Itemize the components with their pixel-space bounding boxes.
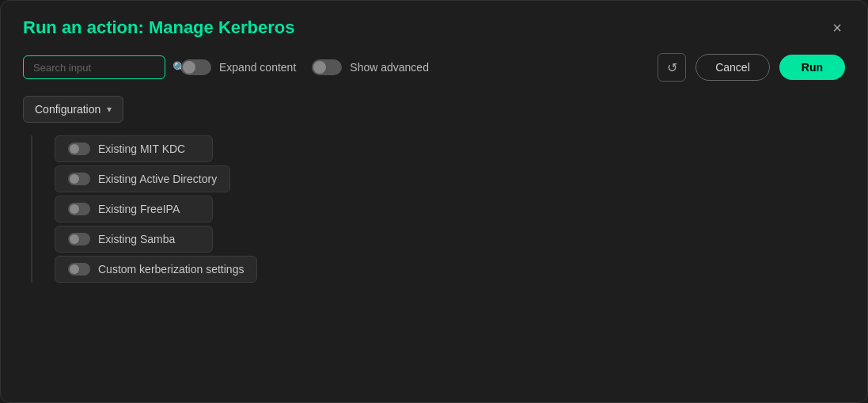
configuration-dropdown[interactable]: Configuration ▾ <box>23 96 123 123</box>
modal-title: Run an action: Manage Kerberos <box>23 17 295 38</box>
option-item-freeipa[interactable]: Existing FreeIPA <box>55 196 213 222</box>
show-advanced-group: Show advanced <box>312 59 429 75</box>
toolbar-right: ↺ Cancel Run <box>658 53 845 82</box>
option-item-samba[interactable]: Existing Samba <box>55 226 213 253</box>
content-area: Configuration ▾ Existing MIT KDCExisting… <box>1 96 867 402</box>
option-item-active-directory[interactable]: Existing Active Directory <box>55 165 230 192</box>
cancel-button[interactable]: Cancel <box>696 54 770 81</box>
option-list: Existing MIT KDCExisting Active Director… <box>31 135 845 283</box>
option-item-mit-kdc[interactable]: Existing MIT KDC <box>55 135 213 162</box>
run-button[interactable]: Run <box>779 55 845 80</box>
toolbar: 🔍 Expand content Show advanced ↺ Cancel … <box>1 39 867 96</box>
search-box[interactable]: 🔍 <box>23 55 165 79</box>
toggle-mit-kdc[interactable] <box>68 143 90 155</box>
toggle-active-directory[interactable] <box>68 173 90 185</box>
option-label-active-directory: Existing Active Directory <box>98 173 217 185</box>
expand-content-group: Expand content <box>181 59 296 75</box>
modal: Run an action: Manage Kerberos × 🔍 Expan… <box>0 0 868 403</box>
option-label-custom: Custom kerberization settings <box>98 263 244 276</box>
option-label-mit-kdc: Existing MIT KDC <box>98 143 185 155</box>
show-advanced-label: Show advanced <box>350 61 429 74</box>
search-input[interactable] <box>33 62 166 74</box>
toggle-freeipa[interactable] <box>68 203 90 215</box>
reset-button[interactable]: ↺ <box>658 53 686 82</box>
option-label-freeipa: Existing FreeIPA <box>98 203 180 215</box>
option-item-custom[interactable]: Custom kerberization settings <box>55 256 257 283</box>
toggle-samba[interactable] <box>68 233 90 245</box>
toggle-custom[interactable] <box>68 263 90 276</box>
expand-content-label: Expand content <box>219 61 296 74</box>
show-advanced-toggle[interactable] <box>312 59 342 75</box>
expand-content-toggle[interactable] <box>181 59 211 75</box>
chevron-down-icon: ▾ <box>107 104 112 115</box>
option-label-samba: Existing Samba <box>98 233 175 245</box>
close-button[interactable]: × <box>829 17 845 39</box>
modal-header: Run an action: Manage Kerberos × <box>1 1 867 39</box>
config-dropdown-label: Configuration <box>35 103 100 116</box>
